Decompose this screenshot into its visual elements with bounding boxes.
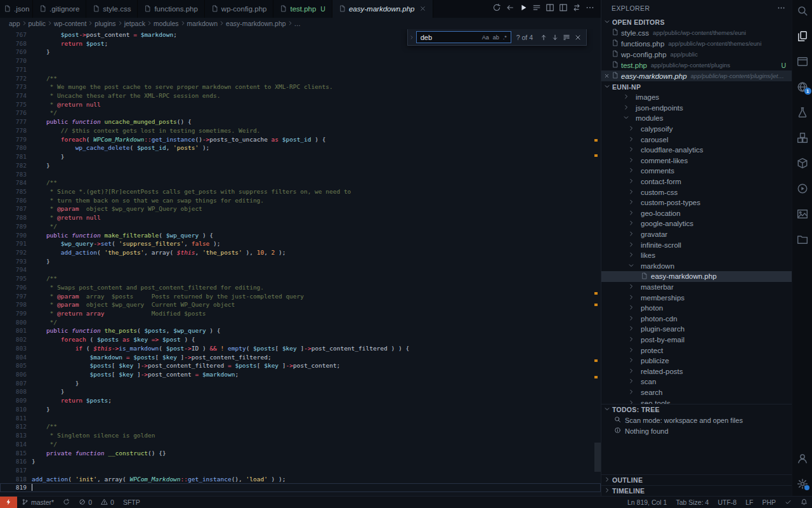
todos-tree-header[interactable]: TODOS: TREE [601,404,792,415]
tree-item-folder[interactable]: related-posts [601,366,792,377]
tree-item-folder[interactable]: markdown [601,261,792,272]
previous-match-icon[interactable] [538,34,549,41]
next-match-icon[interactable] [549,34,561,41]
format-status[interactable] [780,497,796,508]
account-icon[interactable] [797,453,808,464]
folder-icon[interactable] [797,234,808,245]
open-editors-header[interactable]: OPEN EDITORS [601,17,792,27]
tree-item-folder[interactable]: calypsoify [601,124,792,135]
scrollbar-thumb[interactable] [594,443,601,472]
code-line[interactable]: 774 * Uncache these after the XML-RPC se… [0,91,601,100]
tree-item-folder[interactable]: memberships [601,292,792,303]
warnings[interactable]: 0 [96,497,119,508]
code-line[interactable]: 812 /** [0,422,601,431]
sync-status[interactable] [58,497,74,508]
tab-easy-markdown.php[interactable]: easy-markdown.php [332,0,433,18]
list-icon[interactable] [532,3,541,15]
code-line[interactable]: 780 wp_cache_delete( $post_id, 'posts' )… [0,144,601,152]
workspace-header[interactable]: EUNI-NP [601,81,792,92]
eol[interactable]: LF [741,497,757,508]
code-line[interactable]: 783 [0,170,601,179]
tree-item-folder[interactable]: scan [601,377,792,387]
code-line[interactable]: 808 } [0,387,601,396]
extensions-icon[interactable] [797,132,808,144]
code-line[interactable]: 771 [0,65,601,74]
tree-item-folder[interactable]: protect [601,345,792,356]
code-line[interactable]: 769 } [0,48,601,57]
notifications[interactable] [796,497,812,508]
tree-item-folder[interactable]: gravatar [601,229,792,240]
code-line[interactable]: 810 } [0,405,601,414]
whole-word-toggle[interactable]: ab [491,34,501,41]
breadcrumb-item[interactable]: modules [154,20,179,27]
tree-item-folder[interactable]: masterbar [601,282,792,293]
code-line[interactable]: 787 * @param object $wp_query WP_Query o… [0,204,601,213]
arrow-left-icon[interactable] [506,3,514,15]
play-circle-icon[interactable] [797,183,808,194]
tree-item-folder[interactable]: search [601,387,792,398]
code-line[interactable]: 793 } [0,257,601,266]
code-line[interactable]: 790 public function make_filterable( $wp… [0,231,601,240]
code-line[interactable]: 804 $markdown = $posts[ $key ]->post_con… [0,353,601,362]
close-icon[interactable] [419,5,426,13]
tree-item-folder[interactable]: cloudflare-analytics [601,145,792,156]
code-line[interactable]: 805 $posts[ $key ]->post_content_filtere… [0,361,601,370]
explorer-more-actions-icon[interactable] [777,4,785,13]
code-line[interactable]: 799 * @return array Modified $posts [0,309,601,318]
code-line[interactable]: 794 [0,265,601,274]
tree-item-folder[interactable]: contact-form [601,177,792,187]
breadcrumb-item[interactable]: app [9,20,20,27]
close-icon[interactable] [601,73,612,79]
tree-item-folder[interactable]: comments [601,166,792,177]
breadcrumb-item[interactable]: plugins [95,20,115,27]
language-mode[interactable]: PHP [757,497,780,508]
code-line[interactable]: 803 if ( $this->is_markdown( $post->ID )… [0,344,601,353]
search-icon[interactable] [797,5,808,17]
code-line[interactable]: 779 foreach( WPCom_Markdown::get_instanc… [0,135,601,144]
breadcrumb-item[interactable]: jetpack [124,20,145,27]
more-icon[interactable] [586,3,594,15]
code-line[interactable]: 773 * We munge the post cache to serve p… [0,83,601,91]
code-line[interactable]: 811 [0,414,601,423]
todo-item[interactable]: Nothing found [601,425,792,436]
beaker-icon[interactable] [797,107,808,118]
code-line[interactable]: 791 $wp_query->set( 'suppress_filters', … [0,239,601,248]
compare-icon[interactable] [572,3,581,15]
code-line[interactable]: 807 } [0,379,601,388]
code-line[interactable]: 788 * @return null [0,213,601,222]
tab-style.css[interactable]: style.css [86,0,138,18]
code-line[interactable]: 777 public function uncache_munged_posts… [0,117,601,126]
errors[interactable]: 0 [74,497,96,508]
tree-item-folder[interactable]: likes [601,250,792,261]
tree-item-folder[interactable]: modules [601,113,792,124]
open-editor-item[interactable]: style.cssapp/public/wp-content/themes/eu… [601,27,792,38]
code-line[interactable]: 802 foreach ( $posts as $key => $post ) … [0,335,601,344]
todo-item[interactable]: Scan mode: workspace and open files [601,415,792,425]
open-editor-item[interactable]: easy-markdown.phpapp/public/wp-content/p… [601,70,792,81]
search-input[interactable]: debAaab.* [416,31,511,43]
code-line[interactable]: 772 /** [0,74,601,83]
breadcrumb-item[interactable]: public [29,20,46,27]
run-icon[interactable] [519,3,528,15]
tree-item-folder[interactable]: photon-cdn [601,313,792,324]
breadcrumb[interactable]: apppublicwp-contentpluginsjetpackmodules… [0,18,601,29]
files-icon[interactable] [797,30,808,42]
code-line[interactable]: 814 */ [0,440,601,449]
browser-icon[interactable] [797,56,808,67]
code-line[interactable]: 784 /** [0,178,601,187]
sync-icon[interactable] [492,3,501,15]
code-line[interactable]: 792 add_action( 'the_posts', array( $thi… [0,248,601,257]
image-icon[interactable] [797,208,808,220]
code-line[interactable]: 800 */ [0,318,601,327]
git-branch[interactable]: master* [17,497,58,508]
breadcrumb-item[interactable]: easy-markdown.php [226,20,286,27]
tree-item-folder[interactable]: custom-post-types [601,197,792,208]
tree-item-folder[interactable]: carousel [601,134,792,145]
tab-.gitignore[interactable]: .gitignore [33,0,86,18]
tree-item-folder[interactable]: infinite-scroll [601,239,792,250]
code-line[interactable]: 795 /** [0,274,601,283]
code-line[interactable]: 819 [0,483,601,492]
tree-item-folder[interactable]: custom-css [601,187,792,197]
code-line[interactable]: 776 */ [0,109,601,117]
tree-item-folder[interactable]: plugin-search [601,324,792,335]
